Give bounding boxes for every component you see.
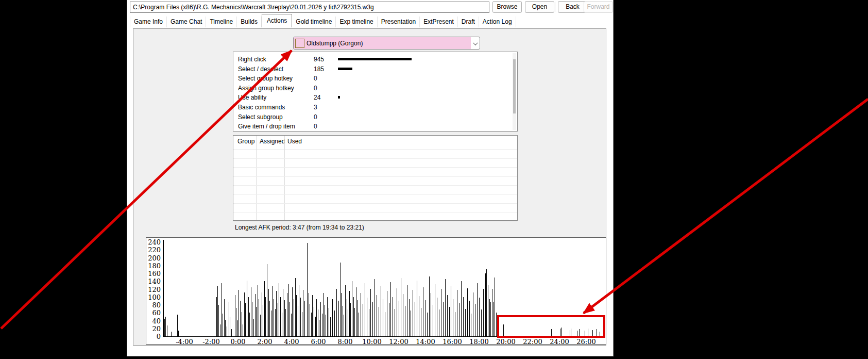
x-tick-label: 18:00	[466, 338, 492, 346]
scrollbar-thumb[interactable]	[513, 59, 516, 113]
chart-bar	[503, 324, 504, 336]
chart-bar	[425, 300, 426, 336]
chart-bar	[571, 329, 571, 336]
chart-bar	[343, 306, 343, 336]
chart-bar	[381, 286, 381, 336]
stat-value: 0	[314, 75, 317, 82]
chart-bar	[353, 297, 354, 336]
chart-bar	[473, 292, 473, 336]
y-tick-label: 60	[146, 309, 161, 316]
chart-bar	[259, 299, 259, 336]
chart-bar	[287, 293, 287, 336]
chart-bar	[309, 293, 309, 336]
chart-bar	[399, 301, 399, 336]
stats-scrollbar[interactable]	[513, 53, 516, 130]
chart-bar	[347, 299, 347, 336]
x-tick-label: 14:00	[413, 338, 438, 346]
chart-bar	[235, 295, 235, 336]
stats-row: Select / deselect185	[233, 64, 517, 74]
chart-bar	[248, 297, 249, 336]
chart-bar	[304, 301, 305, 336]
player-dropdown-value: Oldstumpp (Gorgon)	[307, 40, 363, 47]
chart-bar	[387, 291, 387, 336]
chart-bar	[274, 299, 274, 336]
chart-bar	[299, 285, 299, 336]
chart-bar	[405, 306, 405, 336]
y-tick-label: 40	[146, 318, 161, 324]
chart-bar	[370, 289, 371, 336]
x-tick-label: 8:00	[332, 338, 358, 346]
chart-bar	[429, 276, 430, 336]
chart-bar	[329, 308, 329, 336]
chart-bar	[218, 305, 219, 336]
column-header-used[interactable]: Used	[287, 138, 302, 145]
x-tick-label: 0:00	[225, 338, 251, 346]
chart-bar	[262, 292, 262, 336]
stats-row: Use ability24	[233, 93, 517, 102]
player-dropdown[interactable]: Oldstumpp (Gorgon)	[293, 37, 480, 50]
tab-game-info[interactable]: Game Info	[130, 17, 167, 27]
open-button[interactable]: Open	[525, 1, 554, 13]
stat-label: Select group hotkey	[238, 75, 293, 82]
tab-builds[interactable]: Builds	[237, 17, 262, 27]
column-header-assigned[interactable]: Assigned	[260, 138, 285, 145]
stat-label: Select / deselect	[238, 66, 283, 73]
tab-action-log[interactable]: Action Log	[479, 17, 516, 27]
chart-bar	[336, 289, 337, 336]
chart-bar	[258, 285, 258, 336]
column-header-group[interactable]: Group	[237, 138, 254, 145]
chart-bar	[231, 329, 232, 336]
chart-bar	[471, 314, 471, 336]
tab-gold-timeline[interactable]: Gold timeline	[292, 17, 336, 27]
table-header-divider	[233, 150, 517, 150]
chart-bar	[322, 314, 322, 336]
stat-label: Use ability	[238, 94, 266, 101]
tab-exp-timeline[interactable]: Exp timeline	[336, 17, 377, 27]
chart-bar	[164, 319, 165, 336]
chart-bar	[495, 278, 495, 336]
chart-bar	[435, 284, 435, 336]
table-row-line	[233, 176, 517, 177]
chart-bar	[490, 302, 491, 336]
chart-bar	[341, 293, 342, 336]
chart-bar	[276, 291, 277, 336]
tab-actions[interactable]: Actions	[262, 14, 292, 27]
stat-value: 185	[314, 66, 324, 73]
column-divider	[256, 136, 257, 220]
toolbar-separator	[555, 2, 555, 12]
tab-timeline[interactable]: Timeline	[206, 17, 237, 27]
back-button[interactable]: Back	[558, 1, 587, 13]
tab-draft[interactable]: Draft	[458, 17, 479, 27]
x-tick-label: -4:00	[172, 338, 197, 346]
chart-bar	[447, 295, 448, 336]
x-tick-label: 26:00	[573, 338, 599, 346]
tab-presentation[interactable]: Presentation	[378, 17, 420, 27]
chart-bar	[242, 312, 242, 336]
table-row-line	[233, 194, 517, 195]
chart-bar	[177, 315, 178, 336]
chart-bar	[283, 289, 283, 336]
chart-bar	[284, 300, 285, 336]
chart-bar	[488, 285, 488, 336]
chart-bar	[372, 302, 373, 336]
x-tick-label: -2:00	[198, 338, 224, 346]
chart-bar	[411, 311, 411, 336]
chart-bar	[267, 264, 267, 336]
chart-bar	[401, 278, 401, 336]
chart-bar	[369, 309, 369, 336]
stat-bar	[338, 68, 352, 70]
y-tick-label: 100	[146, 294, 161, 301]
chart-bar	[597, 329, 597, 336]
y-tick-label: 80	[146, 302, 161, 308]
forward-button[interactable]: Forward	[584, 1, 613, 13]
stat-value: 24	[314, 94, 320, 101]
chart-bar	[264, 281, 265, 336]
tab-extpresent[interactable]: ExtPresent	[420, 17, 458, 27]
chart-bar	[467, 288, 468, 336]
replay-path-input[interactable]	[130, 2, 489, 13]
browse-button[interactable]: Browse	[492, 1, 522, 13]
table-row-line	[233, 185, 517, 186]
tab-game-chat[interactable]: Game Chat	[167, 17, 206, 27]
chart-bar	[222, 283, 222, 336]
chart-bar	[237, 320, 238, 336]
